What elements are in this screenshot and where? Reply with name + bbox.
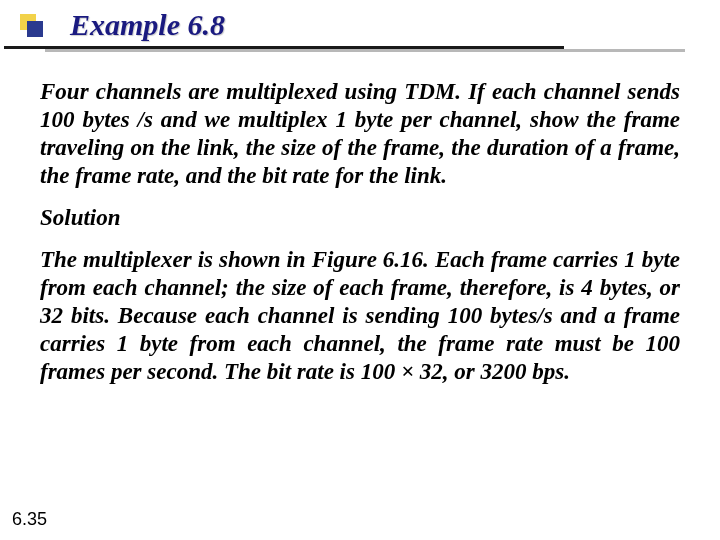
page-number: 6.35 bbox=[12, 509, 47, 530]
solution-heading: Solution bbox=[40, 204, 680, 232]
title-underline bbox=[0, 46, 720, 56]
solution-text: The multiplexer is shown in Figure 6.16.… bbox=[40, 246, 680, 386]
problem-statement: Four channels are multiplexed using TDM.… bbox=[40, 78, 680, 190]
title-bullet-icon bbox=[20, 14, 42, 36]
slide-body: Four channels are multiplexed using TDM.… bbox=[40, 78, 680, 400]
slide-title-row: Example 6.8 bbox=[20, 6, 700, 44]
slide-title: Example 6.8 bbox=[70, 8, 225, 42]
